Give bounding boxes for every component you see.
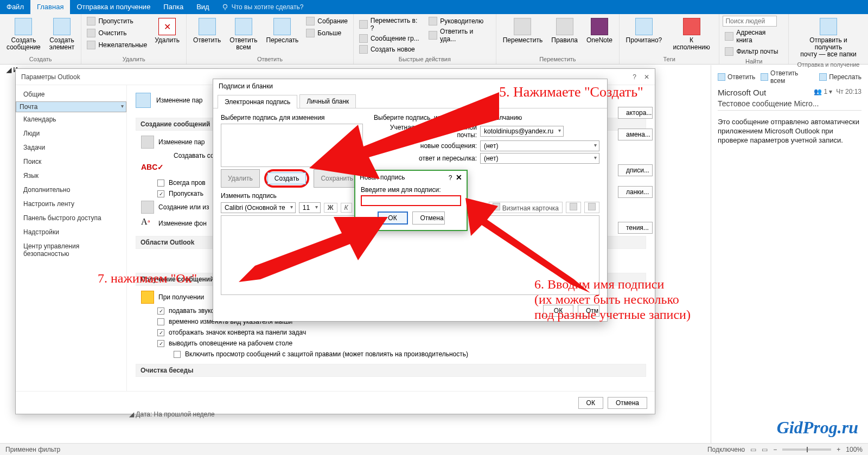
checkbox[interactable] [157, 180, 164, 187]
font-select[interactable]: Calibri (Основной те [221, 202, 296, 213]
checkbox[interactable] [157, 340, 164, 347]
qs-boss[interactable]: Руководителю [426, 16, 493, 27]
business-card-button[interactable]: Визитная карточка [489, 202, 563, 213]
tab-home[interactable]: Главная [30, 0, 70, 14]
tab-sendreceive[interactable]: Отправка и получение [70, 0, 157, 14]
checkbox[interactable] [157, 190, 164, 197]
cat-general[interactable]: Общие [16, 87, 126, 101]
date-group[interactable]: ◢ Дата: На прошлой неделе [129, 411, 215, 418]
cat-tasks[interactable]: Задачи [16, 140, 126, 155]
tab-file[interactable]: Файл [0, 0, 30, 14]
reply-icon [718, 73, 725, 81]
pick-signature-label: Выберите подпись для изменения [221, 114, 363, 121]
clean-button[interactable]: Очистить [85, 28, 149, 39]
options-category-list: Общие Почта Календарь Люди Задачи Поиск … [16, 85, 127, 391]
read-unread-button[interactable]: Прочитано? [623, 16, 665, 55]
new-sig-name-input[interactable] [361, 195, 461, 206]
onenote-button[interactable]: OneNote [583, 16, 616, 55]
cat-addins[interactable]: Надстройки [16, 225, 126, 239]
address-book-button[interactable]: Адресная книга [723, 28, 785, 45]
signature-ok-button[interactable]: ОК [543, 305, 573, 317]
zoom-slider[interactable] [782, 448, 831, 451]
junk-button[interactable]: Нежелательные [85, 40, 149, 50]
forward-button[interactable]: Переслать [263, 16, 302, 55]
move-button[interactable]: Переместить [500, 16, 546, 55]
envelope-open-icon [635, 18, 653, 35]
options-cancel-button[interactable]: Отмена [608, 397, 647, 409]
close-button[interactable]: ✕ [644, 73, 649, 81]
sendreceive-button[interactable]: Отправить и получить почту — все папки [792, 16, 865, 60]
picture-button[interactable] [566, 202, 581, 213]
reply-fwd-select[interactable]: (нет) [480, 153, 599, 164]
cat-search[interactable]: Поиск [16, 155, 126, 169]
cat-calendar[interactable]: Календарь [16, 112, 126, 126]
reply-button[interactable]: Ответить [190, 16, 224, 55]
side-btn[interactable]: актора... [618, 107, 653, 119]
new-message-button[interactable]: Создать сообщение [3, 16, 44, 55]
view-reading-icon[interactable]: ▭ [762, 446, 768, 453]
size-select[interactable]: 11 [299, 202, 321, 213]
checkbox[interactable] [174, 351, 181, 358]
tab-folder[interactable]: Папка [157, 0, 190, 14]
cat-ribbon[interactable]: Настроить ленту [16, 197, 126, 211]
tab-stationery[interactable]: Личный бланк [299, 94, 356, 108]
side-btn[interactable]: ланки... [618, 186, 653, 198]
new-msgs-select[interactable]: (нет) [480, 140, 599, 151]
meeting-button[interactable]: Собрание [304, 16, 350, 27]
qs-new[interactable]: Создать новое [357, 44, 424, 55]
qs-team[interactable]: Сообщение гр... [357, 33, 424, 44]
signature-cancel-button[interactable]: Отм [578, 305, 599, 317]
forward-link[interactable]: Переслать [819, 69, 861, 85]
envelope-icon [136, 93, 151, 108]
view-normal-icon[interactable]: ▭ [750, 446, 756, 453]
reply-all-link[interactable]: Ответить всем [761, 69, 814, 85]
search-people-input[interactable] [723, 16, 777, 27]
create-signature-button[interactable]: Создать [267, 172, 307, 184]
link-button[interactable] [584, 202, 599, 213]
new-item-button[interactable]: Создать элемент [46, 16, 78, 55]
cat-language[interactable]: Язык [16, 169, 126, 183]
side-btn[interactable]: амена... [618, 129, 653, 140]
delete-button[interactable]: Удалить [151, 16, 183, 55]
close-button[interactable]: ✕ [456, 173, 462, 182]
sender-name: Microsoft Out [718, 88, 766, 97]
new-sig-cancel-button[interactable]: Отмена [412, 212, 445, 225]
msg-body: Это сообщение отправлено автоматически п… [718, 117, 861, 145]
checkbox[interactable] [157, 307, 164, 315]
reply-all-button[interactable]: Ответить всем [226, 16, 260, 55]
rules-button[interactable]: Правила [548, 16, 581, 55]
forward-icon [429, 17, 437, 25]
options-ok-button[interactable]: ОК [578, 397, 603, 409]
tab-view[interactable]: Вид [190, 0, 216, 14]
italic-button[interactable]: К [341, 203, 352, 213]
group-respond: Ответить Ответить всем Переслать Собрани… [187, 14, 354, 64]
tab-email-signature[interactable]: Электронная подпись [218, 95, 297, 108]
qs-replydel[interactable]: Ответить и уда... [426, 27, 493, 44]
filter-mail-button[interactable]: Фильтр почты [723, 46, 785, 57]
account-select[interactable]: kotoldiniups@yandex.ru [480, 126, 564, 137]
ignore-button[interactable]: Пропустить [85, 16, 149, 27]
new-sig-ok-button[interactable]: ОК [378, 212, 408, 225]
cat-advanced[interactable]: Дополнительно [16, 183, 126, 197]
qs-move[interactable]: Переместить в: ? [357, 16, 424, 33]
followup-button[interactable]: К исполнению [667, 16, 716, 55]
more-button[interactable]: Больше [304, 28, 350, 39]
side-btn[interactable]: тения... [618, 222, 653, 234]
cat-people[interactable]: Люди [16, 126, 126, 140]
side-btn[interactable]: дписи... [618, 164, 653, 176]
signature-list[interactable] [221, 124, 363, 167]
checkbox[interactable] [157, 329, 164, 336]
reply-link[interactable]: Ответить [718, 69, 755, 85]
people-icon[interactable]: 👥 [814, 88, 822, 95]
cat-mail[interactable]: Почта [16, 101, 126, 112]
bold-button[interactable]: Ж [324, 203, 337, 213]
tell-me[interactable]: Что вы хотите сделать? [216, 0, 309, 14]
brand-watermark: GidProg.ru [777, 418, 858, 438]
save-signature-button[interactable]: Сохранить [314, 169, 360, 188]
cat-qat[interactable]: Панель быстрого доступа [16, 211, 126, 225]
cat-trust[interactable]: Центр управления безопасностью [16, 239, 126, 261]
delete-signature-button[interactable]: Удалить [221, 169, 260, 188]
help-button[interactable]: ? [633, 73, 636, 81]
checkbox[interactable] [157, 318, 164, 325]
junk-icon [87, 41, 95, 49]
